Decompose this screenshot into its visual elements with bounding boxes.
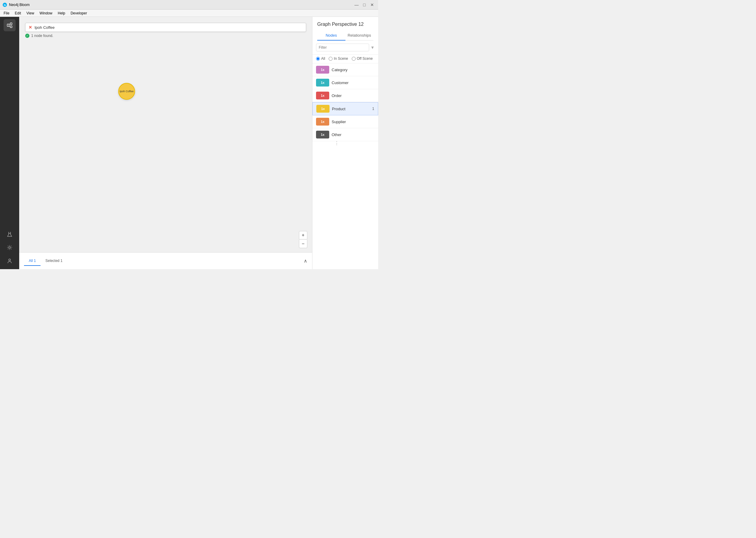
node-label-category: Category bbox=[332, 68, 375, 72]
sidebar-btn-lab[interactable] bbox=[4, 228, 16, 240]
svg-text:N: N bbox=[4, 4, 6, 7]
search-input-wrapper: ✕ Ipoh Coffee bbox=[25, 23, 306, 32]
radio-in-scene[interactable]: In Scene bbox=[329, 56, 348, 61]
panel-title: Graph Perspective 12 bbox=[317, 22, 373, 27]
filter-row: ▼ bbox=[312, 40, 378, 55]
radio-row: All In Scene Off Scene bbox=[312, 55, 378, 63]
node-count-product: 1 bbox=[372, 107, 374, 111]
node-badge-category: 1x bbox=[316, 66, 329, 74]
node-badge-order: 1x bbox=[316, 92, 329, 99]
app-icon: N bbox=[2, 2, 7, 7]
app-body: ✕ Ipoh Coffee 1 node found. Ipoh Coffee … bbox=[0, 17, 378, 269]
panel-tabs: Nodes Relationships bbox=[317, 30, 373, 40]
zoom-controls: + − bbox=[299, 231, 307, 248]
graph-node-ipoh-coffee[interactable]: Ipoh Coffee bbox=[118, 83, 135, 100]
person-icon bbox=[7, 258, 13, 264]
settings-icon bbox=[7, 244, 13, 250]
node-row-product[interactable]: 1x Product 1 bbox=[312, 102, 378, 115]
search-bar: ✕ Ipoh Coffee 1 node found. bbox=[25, 23, 306, 38]
svg-rect-2 bbox=[7, 24, 9, 27]
graph-icon bbox=[7, 22, 13, 28]
menu-bar: File Edit View Window Help Developer bbox=[0, 10, 378, 17]
search-clear-button[interactable]: ✕ bbox=[28, 25, 32, 30]
filter-input[interactable] bbox=[316, 43, 369, 51]
search-value: Ipoh Coffee bbox=[34, 25, 303, 30]
zoom-in-button[interactable]: + bbox=[299, 231, 307, 240]
svg-point-8 bbox=[9, 246, 11, 248]
result-dot-icon bbox=[25, 34, 29, 38]
svg-point-9 bbox=[9, 259, 11, 261]
menu-window[interactable]: Window bbox=[37, 11, 55, 16]
bottom-chevron-icon[interactable]: ∧ bbox=[304, 258, 307, 264]
svg-rect-3 bbox=[10, 23, 12, 25]
menu-edit[interactable]: Edit bbox=[12, 11, 24, 16]
minimize-button[interactable]: — bbox=[353, 2, 360, 8]
title-bar: N Neo4j Bloom — □ ✕ bbox=[0, 0, 378, 10]
title-bar-left: N Neo4j Bloom bbox=[2, 2, 30, 7]
search-result: 1 node found. bbox=[25, 34, 306, 38]
node-label-supplier: Supplier bbox=[332, 120, 375, 124]
node-row-other[interactable]: 1x Other bbox=[312, 128, 378, 141]
filter-icon: ▼ bbox=[370, 45, 375, 50]
panel-drag-handle[interactable]: ⋮ bbox=[334, 140, 339, 146]
result-text: 1 node found. bbox=[31, 34, 53, 38]
svg-rect-4 bbox=[10, 26, 12, 27]
bottom-tab-all[interactable]: All 1 bbox=[24, 256, 40, 266]
radio-all[interactable]: All bbox=[316, 56, 325, 61]
node-badge-other: 1x bbox=[316, 131, 329, 138]
sidebar-btn-person[interactable] bbox=[4, 255, 16, 267]
node-row-customer[interactable]: 1x Customer bbox=[312, 76, 378, 89]
menu-developer[interactable]: Developer bbox=[68, 11, 89, 16]
radio-off-scene[interactable]: Off Scene bbox=[352, 56, 373, 61]
maximize-button[interactable]: □ bbox=[361, 2, 368, 8]
node-label-order: Order bbox=[332, 93, 375, 98]
node-label: Ipoh Coffee bbox=[120, 90, 133, 93]
canvas-area: ✕ Ipoh Coffee 1 node found. Ipoh Coffee … bbox=[19, 17, 312, 269]
tab-nodes[interactable]: Nodes bbox=[317, 30, 346, 40]
menu-file[interactable]: File bbox=[1, 11, 12, 16]
lab-icon bbox=[7, 231, 13, 237]
node-row-category[interactable]: 1x Category bbox=[312, 63, 378, 76]
node-label-customer: Customer bbox=[332, 81, 375, 85]
sidebar bbox=[0, 17, 19, 269]
graph-canvas[interactable]: Ipoh Coffee bbox=[19, 17, 312, 269]
node-row-order[interactable]: 1x Order bbox=[312, 89, 378, 102]
panel-header: Graph Perspective 12 Nodes Relationships bbox=[312, 17, 378, 40]
close-button[interactable]: ✕ bbox=[368, 2, 376, 8]
menu-help[interactable]: Help bbox=[56, 11, 68, 16]
sidebar-btn-graph[interactable] bbox=[4, 19, 16, 31]
node-label-other: Other bbox=[332, 133, 375, 137]
node-label-product: Product bbox=[332, 107, 370, 111]
bottom-tab-selected[interactable]: Selected 1 bbox=[40, 256, 67, 266]
node-row-supplier[interactable]: 1x Supplier bbox=[312, 115, 378, 128]
sidebar-btn-settings[interactable] bbox=[4, 242, 16, 253]
zoom-out-button[interactable]: − bbox=[299, 240, 307, 248]
tab-relationships[interactable]: Relationships bbox=[346, 30, 374, 40]
node-badge-customer: 1x bbox=[316, 79, 329, 86]
node-list: 1x Category 1x Customer 1x Order 1x bbox=[312, 63, 378, 269]
bottom-bar: All 1 Selected 1 ∧ bbox=[19, 252, 312, 269]
menu-view[interactable]: View bbox=[24, 11, 37, 16]
node-badge-supplier: 1x bbox=[316, 118, 329, 126]
right-panel: Graph Perspective 12 Nodes Relationships… bbox=[312, 17, 378, 269]
title-bar-controls[interactable]: — □ ✕ bbox=[353, 2, 376, 8]
node-badge-product: 1x bbox=[316, 105, 330, 113]
app-title: Neo4j Bloom bbox=[9, 3, 30, 7]
